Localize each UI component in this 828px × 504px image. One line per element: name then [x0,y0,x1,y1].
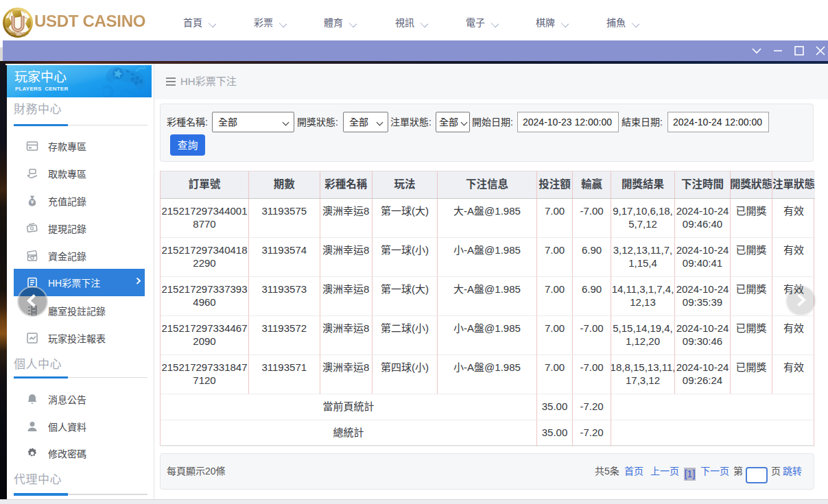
svg-text:CASINO: CASINO [10,32,25,36]
svg-text:¥: ¥ [31,199,34,205]
